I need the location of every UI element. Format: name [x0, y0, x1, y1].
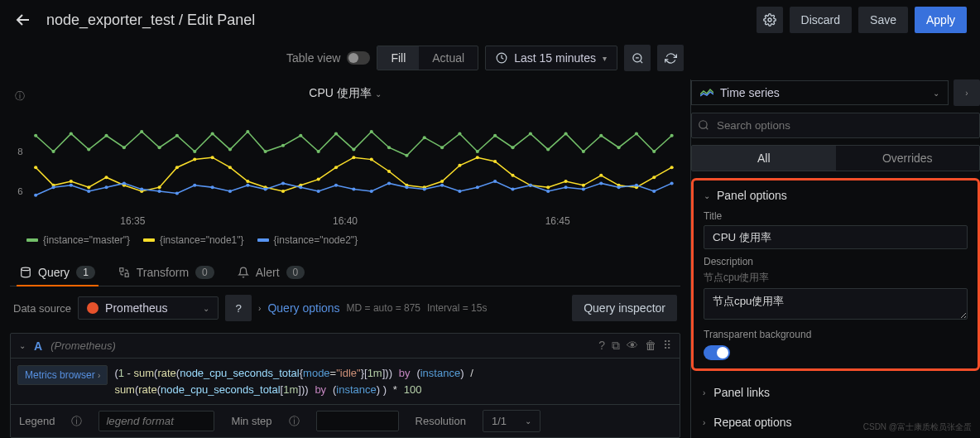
drag-handle-icon[interactable]: ⠿ [663, 339, 671, 353]
legend-item[interactable]: {instance="node1"} [143, 234, 244, 246]
refresh-button[interactable] [657, 45, 684, 71]
table-view-label: Table view [286, 51, 340, 65]
visualization-picker[interactable]: Time series ⌄ [691, 80, 949, 105]
query-letter: A [34, 339, 42, 353]
back-arrow-icon[interactable] [13, 10, 33, 30]
svg-point-35 [564, 132, 567, 135]
info-icon[interactable]: ⓘ [15, 89, 25, 103]
chevron-down-icon[interactable]: ⌄ [19, 341, 26, 350]
apply-button[interactable]: Apply [915, 7, 967, 33]
description-field-label: Description [704, 256, 968, 267]
metrics-browser-button[interactable]: Metrics browser › [17, 365, 108, 385]
time-range-picker[interactable]: Last 15 minutes ▾ [485, 46, 617, 70]
svg-point-21 [317, 150, 320, 153]
svg-point-61 [370, 158, 373, 161]
svg-point-114 [652, 190, 656, 193]
chart-legend: {instance="master"}{instance="node1"}{in… [10, 229, 680, 251]
svg-point-100 [405, 185, 408, 189]
svg-point-12 [158, 146, 161, 149]
fill-segment[interactable]: Fill [377, 46, 419, 70]
svg-text:8: 8 [17, 147, 22, 156]
chevron-down-icon[interactable]: ⌄ [375, 89, 382, 99]
svg-point-6 [51, 150, 55, 153]
svg-point-40 [652, 150, 656, 153]
database-icon [20, 267, 31, 278]
minstep-help-icon[interactable]: ⓘ [289, 414, 300, 429]
svg-point-50 [175, 166, 179, 169]
query-options-link[interactable]: Query options [267, 301, 339, 315]
datasource-name: Prometheus [105, 301, 167, 315]
datasource-select[interactable]: Prometheus ⌄ [78, 296, 219, 320]
query-help-icon[interactable]: ? [598, 339, 605, 353]
legend-item[interactable]: {instance="node2"} [257, 234, 358, 246]
svg-point-5 [34, 134, 37, 137]
minstep-input[interactable] [316, 411, 399, 431]
panel-links-section[interactable]: › Panel links [691, 378, 980, 407]
viz-next-button[interactable]: › [954, 79, 980, 106]
actual-segment[interactable]: Actual [419, 46, 478, 70]
chevron-right-icon[interactable]: › [258, 304, 261, 313]
viz-type-label: Time series [720, 86, 780, 99]
save-button[interactable]: Save [858, 7, 908, 33]
time-series-icon [700, 88, 713, 98]
legend-label: Legend [19, 415, 55, 427]
search-options-input[interactable] [691, 113, 980, 138]
query-inspector-button[interactable]: Query inspector [572, 295, 677, 321]
query-expression[interactable]: (1 - sum(rate(node_cpu_seconds_total{mod… [114, 365, 473, 397]
legend-help-icon[interactable]: ⓘ [71, 414, 82, 429]
panel-options-header[interactable]: ⌄ Panel options [704, 189, 968, 202]
svg-point-96 [334, 184, 338, 187]
svg-point-116 [22, 267, 31, 271]
resolution-select[interactable]: 1/1 ⌄ [483, 410, 540, 432]
svg-point-82 [87, 190, 90, 193]
svg-point-49 [158, 185, 161, 189]
zoom-out-button[interactable] [624, 45, 651, 71]
chevron-down-icon: ⌄ [704, 191, 710, 200]
options-tab-all[interactable]: All [692, 146, 836, 171]
svg-point-73 [582, 184, 585, 187]
trash-icon[interactable]: 🗑 [645, 339, 656, 353]
panel-options-label: Panel options [717, 189, 787, 202]
legend-input[interactable] [98, 411, 214, 431]
svg-point-115 [670, 181, 674, 185]
svg-point-58 [317, 178, 320, 181]
eye-icon[interactable]: 👁 [627, 339, 638, 353]
svg-point-92 [264, 188, 267, 191]
legend-item[interactable]: {instance="master"} [26, 234, 130, 246]
discard-button[interactable]: Discard [790, 7, 852, 33]
svg-point-37 [599, 134, 603, 137]
svg-point-71 [546, 185, 550, 189]
svg-point-103 [458, 190, 461, 193]
tab-alert[interactable]: Alert 0 [234, 259, 308, 286]
query-ds-name: (Prometheus) [50, 339, 116, 352]
tab-query[interactable]: Query 1 [17, 259, 98, 286]
copy-icon[interactable]: ⧉ [612, 339, 620, 353]
svg-point-95 [317, 190, 320, 193]
options-tab-overrides[interactable]: Overrides [836, 146, 980, 171]
svg-rect-118 [125, 273, 128, 277]
svg-point-28 [440, 146, 444, 149]
svg-point-45 [87, 185, 90, 189]
svg-point-69 [511, 174, 514, 177]
settings-button[interactable] [757, 7, 783, 33]
minstep-label: Min step [231, 415, 271, 427]
transparent-bg-toggle[interactable] [704, 345, 730, 360]
svg-point-46 [104, 176, 108, 179]
tab-transform[interactable]: Transform 0 [115, 259, 218, 286]
description-textarea[interactable] [704, 288, 968, 320]
table-view-toggle[interactable] [347, 51, 370, 65]
svg-point-99 [387, 181, 391, 185]
watermark: CSDN @富士康质检员张全蛋 [863, 421, 972, 433]
title-input[interactable] [704, 225, 968, 249]
svg-point-65 [440, 180, 444, 183]
svg-point-15 [211, 132, 214, 135]
bell-icon [238, 267, 249, 278]
svg-point-14 [193, 150, 196, 153]
query-interval-meta: Interval = 15s [427, 302, 487, 314]
datasource-help-button[interactable]: ? [225, 295, 252, 321]
svg-point-98 [370, 190, 373, 193]
svg-point-85 [140, 188, 143, 191]
svg-point-119 [699, 121, 707, 128]
svg-point-26 [405, 154, 408, 157]
svg-point-91 [246, 184, 249, 187]
